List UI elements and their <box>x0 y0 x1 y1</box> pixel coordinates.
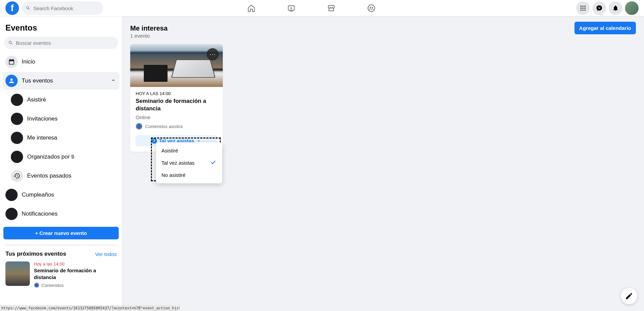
add-to-calendar-button[interactable]: Agregar al calendario <box>574 22 636 34</box>
attendee-text: Contenidos asistirá <box>145 124 183 129</box>
svg-point-2 <box>368 5 375 12</box>
svg-point-12 <box>582 10 583 11</box>
chevron-up-icon <box>110 77 117 85</box>
event-thumbnail <box>5 261 30 286</box>
svg-point-3 <box>370 7 371 8</box>
check-icon <box>210 159 217 167</box>
sidebar-item-home[interactable]: Inicio <box>3 53 119 71</box>
svg-point-9 <box>582 7 583 8</box>
search-icon <box>8 40 13 45</box>
marketplace-icon <box>327 4 335 12</box>
event-time: Hoy a las 14:00 <box>34 261 117 267</box>
user-icon <box>5 75 18 87</box>
navbar-center <box>46 0 576 16</box>
divider <box>5 245 117 245</box>
attendee-name: Contenidos <box>41 283 64 288</box>
upcoming-event-item[interactable]: Hoy a las 14:00 Seminario de formación a… <box>3 259 119 291</box>
svg-point-11 <box>581 10 582 11</box>
notifications-button[interactable] <box>609 1 622 15</box>
status-bar-url: https://www.facebook.com/events/16132758… <box>0 305 180 311</box>
tab-home[interactable] <box>233 0 270 16</box>
navbar-right <box>576 1 639 15</box>
sidebar-item-birthdays[interactable]: Cumpleaños <box>3 186 119 204</box>
home-icon <box>247 4 255 12</box>
bell-icon <box>5 208 18 220</box>
messenger-button[interactable] <box>592 1 606 15</box>
messenger-icon <box>596 5 603 12</box>
question-icon: ? <box>152 138 157 144</box>
top-navbar: f <box>0 0 644 16</box>
tab-watch[interactable] <box>273 0 310 16</box>
event-attendee-row: Contenidos asistirá <box>136 123 217 130</box>
main-header: Me interesa 1 evento Agregar al calendar… <box>130 22 636 39</box>
tab-groups[interactable] <box>353 0 390 16</box>
plus-icon: + <box>35 230 38 236</box>
calendar-icon <box>5 56 18 68</box>
sidebar-label: Notificaciones <box>22 211 117 217</box>
sidebar-label: Eventos pasados <box>27 172 117 179</box>
dropdown-label: Tal vez asistas <box>161 160 195 166</box>
event-info: Hoy a las 14:00 Seminario de formación a… <box>34 261 117 288</box>
event-location: Online <box>136 114 217 120</box>
dropdown-not-going[interactable]: No asistiré <box>159 169 219 181</box>
watch-icon <box>287 4 295 12</box>
attendee-avatar <box>136 123 142 130</box>
sidebar-sub-items: Asistiré Invitaciones Me interesa Organi… <box>8 91 119 185</box>
profile-avatar[interactable] <box>625 1 639 15</box>
dropdown-label: No asistiré <box>161 172 186 178</box>
see-all-link[interactable]: Ver todos <box>95 251 117 257</box>
compose-button[interactable] <box>621 288 637 304</box>
sidebar-label: Asistiré <box>27 96 117 103</box>
house-icon <box>11 151 23 163</box>
sidebar-label: Me interesa <box>27 134 117 141</box>
left-sidebar: Eventos Inicio Tus eventos Asistiré Invi… <box>0 16 122 311</box>
rsvp-dropdown: Asistiré Tal vez asistas No asistiré <box>156 142 222 183</box>
tab-marketplace[interactable] <box>313 0 350 16</box>
grid-icon <box>580 5 586 12</box>
svg-point-7 <box>584 6 585 7</box>
create-label: Crear nuevo evento <box>39 230 87 236</box>
sidebar-item-going[interactable]: Asistiré <box>8 91 119 109</box>
event-title: Seminario de formación a distancia <box>136 97 217 112</box>
dropdown-maybe[interactable]: Tal vez asistas <box>159 156 219 169</box>
sidebar-item-invites[interactable]: Invitaciones <box>8 110 119 128</box>
main-content: Me interesa 1 evento Agregar al calendar… <box>122 16 644 157</box>
sidebar-label: Inicio <box>22 58 117 65</box>
event-title: Seminario de formación a distancia <box>34 267 117 280</box>
svg-point-4 <box>372 7 373 8</box>
sidebar-item-hosting[interactable]: Organizados por ti <box>8 148 119 166</box>
svg-point-13 <box>584 10 585 11</box>
sidebar-item-past[interactable]: Eventos pasados <box>8 167 119 185</box>
svg-point-10 <box>584 7 585 8</box>
card-more-button[interactable]: ⋯ <box>207 48 219 60</box>
event-time: HOY A LAS 14:00 <box>136 91 217 96</box>
sidebar-item-notifications[interactable]: Notificaciones <box>3 205 119 223</box>
events-search-input[interactable] <box>16 40 114 46</box>
sidebar-label: Tus eventos <box>22 77 106 84</box>
sidebar-label: Invitaciones <box>27 115 117 122</box>
event-attendee: Contenidos <box>34 282 117 288</box>
sidebar-item-interested[interactable]: Me interesa <box>8 129 119 147</box>
svg-point-6 <box>582 6 583 7</box>
card-body: HOY A LAS 14:00 Seminario de formación a… <box>130 87 223 135</box>
facebook-logo[interactable]: f <box>5 1 19 15</box>
sidebar-label: Cumpleaños <box>22 191 117 198</box>
history-icon <box>11 170 23 182</box>
create-event-button[interactable]: + Crear nuevo evento <box>3 227 119 239</box>
page-title: Eventos <box>3 20 119 35</box>
dropdown-going[interactable]: Asistiré <box>159 145 219 156</box>
svg-point-8 <box>581 7 582 8</box>
event-card[interactable]: ⋯ HOY A LAS 14:00 Seminario de formación… <box>130 44 223 152</box>
section-count: 1 evento <box>130 33 168 39</box>
envelope-icon <box>11 113 23 125</box>
star-icon <box>11 132 23 144</box>
upcoming-title: Tus próximos eventos <box>5 251 66 257</box>
sidebar-item-your-events[interactable]: Tus eventos <box>3 72 119 90</box>
cake-icon <box>5 189 18 201</box>
events-search[interactable] <box>4 37 118 49</box>
sidebar-label: Organizados por ti <box>27 153 117 160</box>
search-icon <box>26 5 31 11</box>
attendee-avatar <box>34 282 39 288</box>
menu-button[interactable] <box>576 1 590 15</box>
compose-icon <box>625 292 633 300</box>
